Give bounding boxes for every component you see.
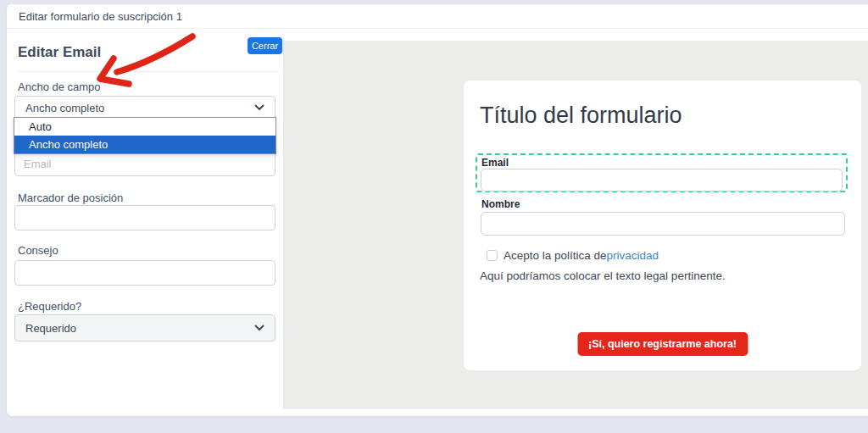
email-input[interactable] [481, 169, 843, 192]
legal-text: Aquí podríamos colocar el texto legal pe… [480, 269, 726, 282]
consent-row: Acepto la política de privacidad [487, 249, 659, 262]
field-required-label: ¿Requerido? [18, 300, 81, 313]
form-preview-pane: Título del formulario Email Nombre Acept… [283, 41, 868, 409]
field-width-label: Ancho de campo [18, 80, 101, 93]
field-required-select[interactable]: Requerido [14, 314, 275, 341]
field-width-value: Ancho completo [25, 102, 104, 114]
field-label-input[interactable] [14, 151, 275, 176]
field-editor-panel: Editar Email Cerrar Ancho de campo Ancho… [7, 30, 282, 416]
submit-button[interactable]: ¡Sí, quiero registrarme ahora! [577, 332, 748, 356]
breadcrumb-bar: Editar formulario de suscripción 1 [7, 4, 868, 29]
chevron-down-icon [254, 104, 264, 111]
name-input[interactable] [481, 212, 845, 236]
field-hint-input[interactable] [14, 260, 275, 286]
dropdown-option-full-width[interactable]: Ancho completo [14, 136, 275, 153]
consent-text: Acepto la política de [504, 249, 607, 262]
field-width-select[interactable]: Ancho completo [14, 96, 275, 119]
dropdown-option-auto[interactable]: Auto [14, 118, 275, 136]
form-title: Título del formulario [480, 103, 682, 129]
form-preview-card: Título del formulario Email Nombre Acept… [464, 80, 861, 370]
email-label: Email [481, 157, 509, 169]
close-button[interactable]: Cerrar [248, 37, 282, 54]
field-placeholder-input[interactable] [14, 205, 275, 230]
editor-title: Editar Email [18, 44, 101, 61]
field-required-value: Requerido [25, 322, 76, 335]
name-label: Nombre [481, 198, 520, 210]
privacy-checkbox[interactable] [487, 250, 498, 261]
field-placeholder-label: Marcador de posición [18, 192, 123, 204]
page-title: Editar formulario de suscripción 1 [19, 10, 182, 23]
divider [18, 71, 279, 72]
app-card: Editar formulario de suscripción 1 Edita… [7, 4, 868, 416]
width-dropdown-list: Auto Ancho completo [14, 117, 276, 154]
privacy-link[interactable]: privacidad [607, 249, 659, 262]
chevron-down-icon [254, 325, 264, 331]
field-hint-label: Consejo [18, 244, 58, 257]
